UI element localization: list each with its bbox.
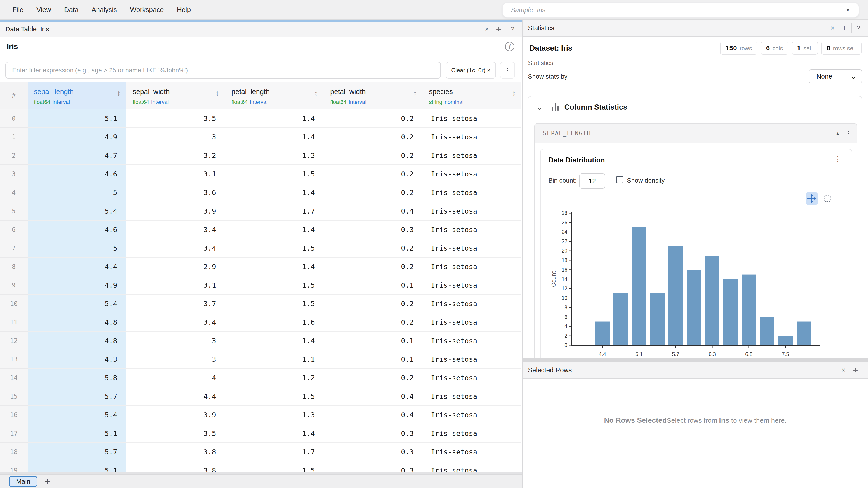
table-cell[interactable]: 1.3 (225, 147, 324, 165)
table-cell[interactable]: 0.1 (324, 350, 423, 369)
table-cell[interactable]: 4.9 (28, 276, 126, 295)
table-cell[interactable]: 0.2 (324, 258, 423, 276)
show-density-checkbox[interactable] (616, 176, 623, 183)
menu-item-file[interactable]: File (12, 6, 23, 13)
table-cell[interactable]: Iris-setosa (423, 295, 522, 313)
table-cell[interactable]: 0.1 (324, 332, 423, 350)
table-cell[interactable]: 4.8 (28, 313, 126, 332)
chart-menu-icon[interactable]: ⋮ (835, 155, 841, 163)
table-cell[interactable]: 3.7 (126, 295, 225, 313)
table-cell[interactable]: 1.5 (225, 165, 324, 184)
table-row[interactable]: 453.61.40.2Iris-setosa (0, 184, 522, 202)
sample-dataset-selector[interactable]: Sample: Iris ▼ (502, 2, 859, 18)
row-number-cell[interactable]: 18 (0, 443, 28, 461)
table-cell[interactable]: 5.4 (28, 202, 126, 221)
table-cell[interactable]: 5.1 (28, 109, 126, 128)
row-number-cell[interactable]: 19 (0, 461, 28, 472)
column-statistics-header[interactable]: ⌄ Column Statistics (528, 96, 862, 118)
table-row[interactable]: 34.63.11.50.2Iris-setosa (0, 165, 522, 184)
row-number-cell[interactable]: 16 (0, 406, 28, 424)
table-cell[interactable]: 4.9 (28, 128, 126, 147)
table-cell[interactable]: 3.2 (126, 147, 225, 165)
row-number-cell[interactable]: 17 (0, 424, 28, 443)
table-cell[interactable]: 4 (126, 369, 225, 387)
table-row[interactable]: 145.841.20.2Iris-setosa (0, 369, 522, 387)
row-number-cell[interactable]: 10 (0, 295, 28, 313)
column-header-species[interactable]: speciesstringnominal↕ (423, 82, 522, 109)
table-row[interactable]: 124.831.40.1Iris-setosa (0, 332, 522, 350)
help-button[interactable]: ? (507, 25, 518, 33)
row-number-cell[interactable]: 1 (0, 128, 28, 147)
close-panel-button[interactable]: × (827, 24, 838, 32)
table-cell[interactable]: Iris-setosa (423, 406, 522, 424)
table-cell[interactable]: 0.2 (324, 109, 423, 128)
table-cell[interactable]: 1.4 (225, 109, 324, 128)
table-row[interactable]: 155.74.41.50.4Iris-setosa (0, 387, 522, 406)
table-cell[interactable]: Iris-setosa (423, 221, 522, 239)
table-cell[interactable]: 5.8 (28, 369, 126, 387)
row-number-cell[interactable]: 0 (0, 109, 28, 128)
table-cell[interactable]: 1.4 (225, 258, 324, 276)
table-cell[interactable]: Iris-setosa (423, 443, 522, 461)
table-cell[interactable]: 0.3 (324, 461, 423, 472)
collapse-card-icon[interactable]: ▲ (832, 131, 843, 136)
clear-filter-button[interactable]: Clear (1c, 0r) × (446, 62, 496, 78)
row-number-cell[interactable]: 14 (0, 369, 28, 387)
table-row[interactable]: 105.43.71.50.2Iris-setosa (0, 295, 522, 313)
table-cell[interactable]: 5 (28, 239, 126, 258)
table-cell[interactable]: Iris-setosa (423, 258, 522, 276)
table-cell[interactable]: 4.8 (28, 332, 126, 350)
table-row[interactable]: 94.93.11.50.1Iris-setosa (0, 276, 522, 295)
table-cell[interactable]: 1.5 (225, 387, 324, 406)
table-cell[interactable]: 4.3 (28, 350, 126, 369)
row-number-cell[interactable]: 6 (0, 221, 28, 239)
table-cell[interactable]: 5.1 (28, 461, 126, 472)
table-cell[interactable]: 1.3 (225, 406, 324, 424)
table-cell[interactable]: 0.2 (324, 147, 423, 165)
table-row[interactable]: 84.42.91.40.2Iris-setosa (0, 258, 522, 276)
table-cell[interactable]: 5.4 (28, 295, 126, 313)
row-number-cell[interactable]: 7 (0, 239, 28, 258)
table-cell[interactable]: 1.7 (225, 202, 324, 221)
table-row[interactable]: 14.931.40.2Iris-setosa (0, 128, 522, 147)
horizontal-scrollbar[interactable] (0, 472, 522, 475)
table-cell[interactable]: 1.4 (225, 221, 324, 239)
row-number-cell[interactable]: 2 (0, 147, 28, 165)
column-header-petal_length[interactable]: petal_lengthfloat64interval↕ (225, 82, 324, 109)
table-cell[interactable]: Iris-setosa (423, 350, 522, 369)
row-number-cell[interactable]: 15 (0, 387, 28, 406)
table-cell[interactable]: 0.3 (324, 221, 423, 239)
table-row[interactable]: 24.73.21.30.2Iris-setosa (0, 147, 522, 165)
table-cell[interactable]: 0.4 (324, 202, 423, 221)
sort-icon[interactable]: ↕ (413, 89, 417, 97)
table-cell[interactable]: 3.5 (126, 109, 225, 128)
table-cell[interactable]: 5.4 (28, 406, 126, 424)
row-number-cell[interactable]: 5 (0, 202, 28, 221)
row-number-cell[interactable]: 9 (0, 276, 28, 295)
table-row[interactable]: 05.13.51.40.2Iris-setosa (0, 109, 522, 128)
row-number-cell[interactable]: 3 (0, 165, 28, 184)
table-row[interactable]: 185.73.81.70.3Iris-setosa (0, 443, 522, 461)
table-cell[interactable]: 3.8 (126, 443, 225, 461)
table-cell[interactable]: 3.4 (126, 313, 225, 332)
table-cell[interactable]: 2.9 (126, 258, 225, 276)
table-cell[interactable]: 1.7 (225, 443, 324, 461)
table-cell[interactable]: 3.4 (126, 221, 225, 239)
info-icon[interactable]: i (505, 42, 515, 51)
table-row[interactable]: 114.83.41.60.2Iris-setosa (0, 313, 522, 332)
table-cell[interactable]: 5.1 (28, 424, 126, 443)
table-cell[interactable]: Iris-setosa (423, 276, 522, 295)
table-cell[interactable]: 0.2 (324, 369, 423, 387)
filter-menu-button[interactable]: ⋮ (500, 62, 515, 78)
table-cell[interactable]: 1.5 (225, 276, 324, 295)
table-cell[interactable]: 3.4 (126, 239, 225, 258)
table-cell[interactable]: Iris-setosa (423, 184, 522, 202)
table-cell[interactable]: 1.5 (225, 295, 324, 313)
table-cell[interactable]: 4.6 (28, 221, 126, 239)
table-cell[interactable]: 0.4 (324, 406, 423, 424)
row-number-cell[interactable]: 4 (0, 184, 28, 202)
table-cell[interactable]: 0.3 (324, 443, 423, 461)
menu-item-workspace[interactable]: Workspace (130, 6, 164, 13)
row-number-cell[interactable]: 12 (0, 332, 28, 350)
bin-count-input[interactable] (579, 173, 605, 189)
